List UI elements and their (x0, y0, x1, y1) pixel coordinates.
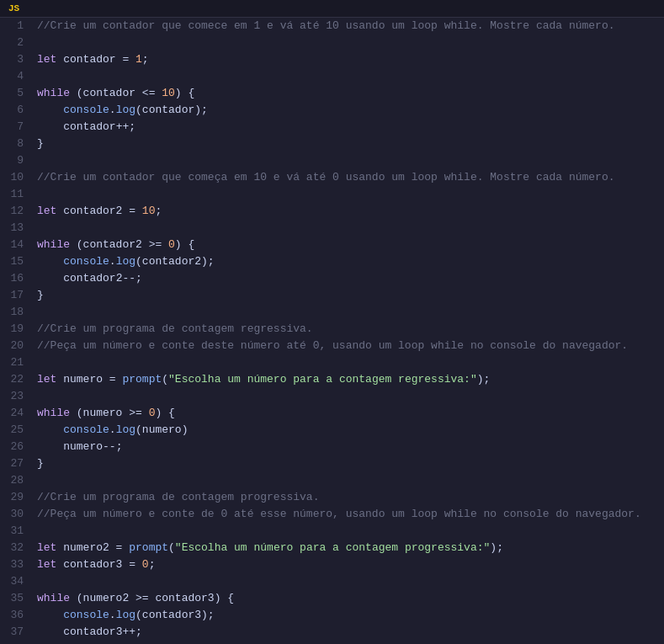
code-line: 7 contador++; (0, 119, 664, 136)
code-line: 19//Crie um programa de contagem regress… (0, 321, 664, 338)
code-line: 32let numero2 = prompt("Escolha um númer… (0, 540, 664, 556)
code-line: 5while (contador <= 10) { (0, 85, 664, 102)
code-line: 26 numero--; (0, 439, 664, 455)
line-code: } (34, 455, 664, 472)
line-code: while (numero2 >= contador3) { (34, 590, 664, 607)
code-line: 11 (0, 186, 664, 203)
line-code: contador++; (34, 119, 664, 136)
code-line: 23 (0, 388, 664, 405)
line-number: 17 (0, 287, 34, 304)
line-code (34, 68, 664, 85)
line-code: //Peça um número e conte deste número at… (34, 338, 664, 354)
line-code: console.log(contador2); (34, 253, 664, 270)
line-code (34, 388, 664, 405)
line-number: 20 (0, 338, 34, 354)
line-code: let contador = 1; (34, 51, 664, 68)
line-code: contador2--; (34, 270, 664, 287)
js-file-icon: JS (8, 3, 19, 13)
line-code (34, 523, 664, 540)
code-line: 29//Crie um programa de contagem progres… (0, 489, 664, 506)
line-number: 2 (0, 35, 34, 51)
code-line: 24while (numero >= 0) { (0, 405, 664, 422)
line-number: 16 (0, 270, 34, 287)
line-number: 5 (0, 85, 34, 102)
line-number: 15 (0, 253, 34, 270)
code-line: 14while (contador2 >= 0) { (0, 237, 664, 253)
line-code (34, 304, 664, 321)
code-line: 31 (0, 523, 664, 540)
code-line: 10//Crie um contador que começa em 10 e … (0, 169, 664, 186)
line-number: 26 (0, 439, 34, 455)
code-line: 4 (0, 68, 664, 85)
code-line: 33let contador3 = 0; (0, 556, 664, 573)
code-line: 16 contador2--; (0, 270, 664, 287)
line-code: //Crie um contador que comece em 1 e vá … (34, 18, 664, 35)
code-line: 12let contador2 = 10; (0, 203, 664, 220)
line-code: } (34, 287, 664, 304)
line-code: //Crie um contador que começa em 10 e vá… (34, 169, 664, 186)
line-number: 23 (0, 388, 34, 405)
line-code (34, 573, 664, 590)
line-number: 13 (0, 220, 34, 237)
code-line: 2 (0, 35, 664, 51)
line-number: 18 (0, 304, 34, 321)
line-number: 25 (0, 422, 34, 439)
line-code: //Crie um programa de contagem progressi… (34, 489, 664, 506)
code-line: 38} (0, 641, 664, 644)
line-number: 28 (0, 472, 34, 489)
line-number: 8 (0, 136, 34, 152)
line-code: contador3++; (34, 624, 664, 641)
code-line: 37 contador3++; (0, 624, 664, 641)
code-line: 25 console.log(numero) (0, 422, 664, 439)
line-number: 11 (0, 186, 34, 203)
line-number: 9 (0, 152, 34, 169)
line-code: while (numero >= 0) { (34, 405, 664, 422)
line-code: console.log(contador3); (34, 607, 664, 624)
line-code: console.log(contador); (34, 102, 664, 119)
line-code: //Peça um número e conte de 0 até esse n… (34, 506, 664, 523)
line-number: 7 (0, 119, 34, 136)
line-number: 36 (0, 607, 34, 624)
line-number: 27 (0, 455, 34, 472)
code-line: 8} (0, 136, 664, 152)
code-line: 9 (0, 152, 664, 169)
code-line: 27} (0, 455, 664, 472)
title-bar: JS (0, 0, 664, 18)
code-line: 21 (0, 354, 664, 371)
line-code: let contador3 = 0; (34, 556, 664, 573)
line-number: 32 (0, 540, 34, 556)
line-code (34, 186, 664, 203)
line-number: 19 (0, 321, 34, 338)
line-number: 3 (0, 51, 34, 68)
line-number: 22 (0, 371, 34, 388)
code-line: 35while (numero2 >= contador3) { (0, 590, 664, 607)
line-number: 21 (0, 354, 34, 371)
line-code: } (34, 136, 664, 152)
line-code: let contador2 = 10; (34, 203, 664, 220)
line-code: numero--; (34, 439, 664, 455)
line-code (34, 152, 664, 169)
line-number: 14 (0, 237, 34, 253)
line-number: 38 (0, 641, 34, 644)
code-line: 30//Peça um número e conte de 0 até esse… (0, 506, 664, 523)
line-code: console.log(numero) (34, 422, 664, 439)
line-number: 1 (0, 18, 34, 35)
line-number: 35 (0, 590, 34, 607)
code-editor[interactable]: 1//Crie um contador que comece em 1 e vá… (0, 18, 664, 644)
line-code: let numero2 = prompt("Escolha um número … (34, 540, 664, 556)
line-number: 6 (0, 102, 34, 119)
line-code (34, 220, 664, 237)
code-line: 1//Crie um contador que comece em 1 e vá… (0, 18, 664, 35)
line-number: 34 (0, 573, 34, 590)
code-line: 3let contador = 1; (0, 51, 664, 68)
line-code: //Crie um programa de contagem regressiv… (34, 321, 664, 338)
code-line: 36 console.log(contador3); (0, 607, 664, 624)
line-code: let numero = prompt("Escolha um número p… (34, 371, 664, 388)
line-code: while (contador <= 10) { (34, 85, 664, 102)
code-line: 6 console.log(contador); (0, 102, 664, 119)
line-number: 4 (0, 68, 34, 85)
line-number: 30 (0, 506, 34, 523)
line-code: } (34, 641, 664, 644)
line-number: 37 (0, 624, 34, 641)
code-line: 17} (0, 287, 664, 304)
